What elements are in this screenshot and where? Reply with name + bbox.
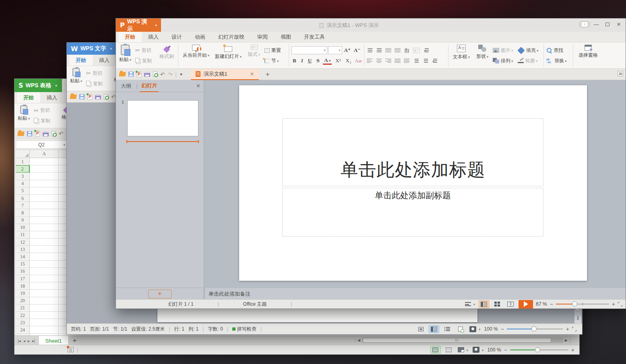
theme-name[interactable]: Office 主题 <box>243 301 267 308</box>
open-file-icon[interactable] <box>70 95 77 99</box>
row-header[interactable]: 7 <box>16 202 30 209</box>
clear-format-icon[interactable]: A <box>355 58 362 64</box>
cell-a[interactable] <box>30 290 59 297</box>
line-spacing-icon[interactable] <box>423 48 429 53</box>
print-icon[interactable] <box>43 132 49 136</box>
align-left-icon[interactable] <box>367 59 373 63</box>
customize-toolbar-icon[interactable]: ▼ <box>180 72 183 76</box>
table-status-icon[interactable] <box>68 347 74 352</box>
superscript-button[interactable]: X² <box>334 58 342 64</box>
row-header[interactable]: 4 <box>16 180 30 187</box>
zoom-out-button[interactable]: − <box>504 348 507 352</box>
play-from-current-button[interactable]: 从当前开始 <box>180 43 212 68</box>
new-slide-button[interactable]: 新建幻灯片 <box>212 43 244 68</box>
cell-a[interactable] <box>30 261 59 268</box>
cell-a[interactable] <box>30 275 59 282</box>
sheet-tab-sheet1[interactable]: Sheet1 <box>38 336 68 346</box>
text-direction-icon[interactable] <box>405 47 409 53</box>
text-frame-icon[interactable] <box>413 48 420 53</box>
underline-button[interactable]: U <box>307 58 313 64</box>
undo-icon[interactable]: ↶ <box>160 72 165 77</box>
print-preview-icon[interactable] <box>153 72 157 77</box>
zoom-in-button[interactable]: + <box>612 302 615 306</box>
chevron-down-icon[interactable]: ▾ <box>63 143 65 147</box>
cell-a[interactable] <box>30 231 59 239</box>
slide[interactable]: 单击此处添加标题 单击此处添加副标题 <box>239 85 587 281</box>
save-icon[interactable] <box>79 94 85 99</box>
name-box[interactable]: Q2 ▾ <box>16 140 67 149</box>
text-box-button[interactable]: 文本框 <box>450 43 473 68</box>
decrease-font-button[interactable]: A⁻ <box>353 47 362 53</box>
cell-a[interactable] <box>30 187 59 195</box>
zoom-slider-knob[interactable] <box>572 301 577 306</box>
print-preview-icon[interactable] <box>52 131 56 136</box>
font-color-button[interactable]: A <box>323 57 332 65</box>
cut-button[interactable]: ✂ 剪切 <box>134 46 157 55</box>
presentation-titlebar[interactable]: P WPS 演示 ▾ 演示文稿1 - WPS 演示 | ↑ | — ✕ <box>116 19 626 32</box>
zoom-in-button[interactable]: + <box>571 348 574 352</box>
paste-button[interactable]: 粘贴 <box>14 103 33 128</box>
bullet-list-icon[interactable] <box>367 48 373 53</box>
row-header[interactable]: 5 <box>16 187 30 195</box>
tab-home[interactable]: 开始 <box>118 32 142 42</box>
panel-tab-outline[interactable]: 大纲 <box>121 82 134 90</box>
row-header[interactable]: 19 <box>16 290 30 297</box>
fill-button[interactable]: 填充 <box>517 46 542 55</box>
increase-indent-icon[interactable] <box>395 48 401 53</box>
export-pdf-icon[interactable] <box>35 131 40 136</box>
assistant-button[interactable] <box>469 325 481 333</box>
last-sheet-icon[interactable]: ▸| <box>32 339 35 343</box>
row-header[interactable]: 9 <box>16 217 30 224</box>
undo-icon[interactable]: ↶ <box>111 94 116 100</box>
row-header[interactable]: 14 <box>16 253 30 260</box>
status-word-count[interactable]: 字数: 0 <box>208 326 223 333</box>
zoom-slider[interactable] <box>556 304 609 304</box>
upload-icon[interactable]: ↑ <box>581 21 588 27</box>
zoom-slider[interactable] <box>510 350 568 350</box>
document-tab[interactable]: 演示文稿1 ✕ <box>191 69 259 80</box>
scrollbar-track[interactable] <box>362 337 563 343</box>
tab-view[interactable]: 视图 <box>274 32 298 42</box>
row-header[interactable]: 11 <box>16 231 30 239</box>
copy-button[interactable]: 复制 <box>134 56 157 65</box>
row-header[interactable]: 18 <box>16 282 30 290</box>
slide-thumbnail[interactable] <box>127 100 198 136</box>
layout-button[interactable]: 版式 <box>244 43 264 68</box>
close-tab-icon[interactable]: ✕ <box>250 71 254 77</box>
row-header[interactable]: 12 <box>16 239 30 246</box>
cell-a[interactable] <box>30 326 59 333</box>
cell-a[interactable] <box>30 253 59 260</box>
cell-a[interactable] <box>30 282 59 290</box>
web-view-button[interactable] <box>455 325 466 333</box>
spreadsheet-app-button[interactable]: S WPS 表格 ▾ <box>14 79 62 92</box>
fit-slide-icon[interactable] <box>618 302 622 306</box>
row-header[interactable]: 2 <box>16 165 30 173</box>
presentation-app-button[interactable]: P WPS 演示 ▾ <box>116 19 161 32</box>
cell-a[interactable] <box>30 312 59 319</box>
ribbon-options-icon[interactable] <box>618 71 623 76</box>
zoom-out-button[interactable]: − <box>550 302 553 306</box>
cell-a[interactable] <box>30 180 59 187</box>
cell-a[interactable] <box>30 173 59 180</box>
cell-a[interactable] <box>30 202 59 209</box>
cell-a[interactable] <box>30 319 59 326</box>
zoom-slider[interactable] <box>507 329 563 329</box>
row-header[interactable]: 20 <box>16 297 30 304</box>
row-header[interactable]: 6 <box>16 195 30 202</box>
arrange-button[interactable]: 排列 <box>492 56 517 65</box>
writer-app-button[interactable]: W WPS 文字 ▾ <box>67 43 117 55</box>
align-right-icon[interactable] <box>385 59 391 63</box>
cell-a[interactable] <box>30 246 59 253</box>
tab-insert[interactable]: 插入 <box>142 32 165 42</box>
writer-tab-insert[interactable]: 插入 <box>93 55 116 66</box>
redo-icon[interactable]: ↷ <box>168 72 173 77</box>
panel-tab-slides[interactable]: 幻灯片 <box>140 80 159 92</box>
undo-icon[interactable]: ↶ <box>59 131 64 136</box>
prev-sheet-icon[interactable]: ◂ <box>23 339 25 343</box>
paste-button[interactable]: 粘贴 <box>116 43 134 68</box>
row-header[interactable]: 3 <box>16 173 30 180</box>
title-placeholder[interactable]: 单击此处添加标题 <box>282 118 543 186</box>
add-sheet-button[interactable]: + <box>69 337 81 345</box>
replace-button[interactable]: ab⌐ac 替换 <box>545 56 571 65</box>
row-header[interactable]: 16 <box>16 268 30 275</box>
